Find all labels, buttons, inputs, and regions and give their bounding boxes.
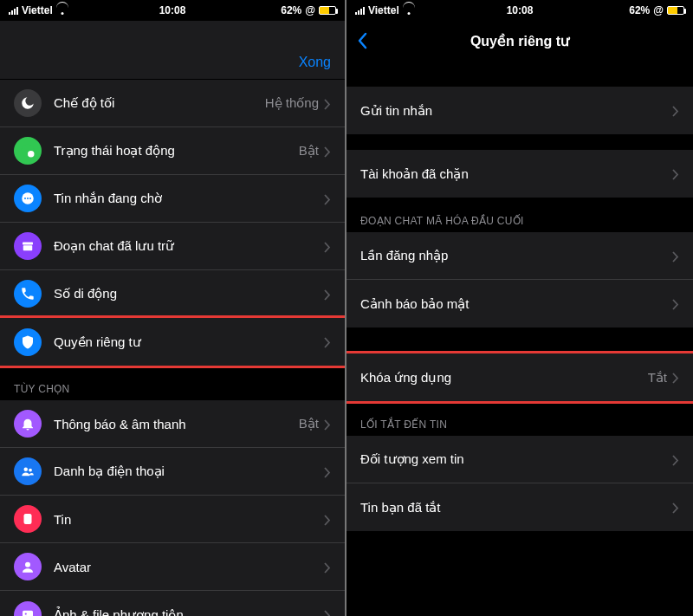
section-header-e2e: ĐOẠN CHAT MÃ HÓA ĐẦU CUỐI (346, 198, 693, 232)
phone-icon (14, 280, 42, 308)
back-button[interactable] (357, 32, 367, 49)
row-label: Gửi tin nhắn (360, 103, 672, 119)
row-label: Quyền riêng tư (54, 334, 324, 350)
row-label: Đối tượng xem tin (360, 451, 672, 467)
chevron-right-icon (672, 168, 679, 179)
row-label: Thông báo & âm thanh (54, 417, 299, 431)
row-blocked-accounts[interactable]: Tài khoản đã chặn (346, 150, 693, 198)
svg-rect-10 (24, 514, 32, 524)
row-label: Ảnh & file phương tiện (54, 607, 324, 617)
chevron-right-icon (324, 514, 331, 525)
svg-point-11 (25, 562, 30, 567)
battery-icon (319, 6, 336, 15)
wifi-icon (56, 6, 68, 15)
chat-bubble-icon (14, 185, 42, 212)
contacts-icon (14, 457, 42, 485)
row-label: Trạng thái hoạt động (54, 143, 299, 159)
row-label: Tin nhắn đang chờ (54, 191, 324, 206)
row-avatar[interactable]: Avatar (0, 543, 345, 591)
archive-icon (14, 232, 42, 260)
chevron-right-icon (324, 146, 331, 157)
clock-label: 10:08 (159, 4, 186, 16)
row-label: Lần đăng nhập (360, 248, 672, 263)
row-story[interactable]: Tin (0, 496, 345, 543)
wifi-icon (403, 6, 415, 15)
svg-rect-7 (23, 245, 33, 250)
status-dot-icon (14, 137, 42, 165)
chevron-right-icon (324, 466, 331, 477)
chevron-right-icon (324, 561, 331, 573)
svg-point-9 (29, 469, 32, 472)
story-icon (14, 505, 42, 533)
bell-icon (14, 410, 42, 438)
chevron-right-icon (672, 298, 679, 309)
row-value: Bật (299, 416, 319, 431)
row-security-alerts[interactable]: Cảnh báo bảo mật (346, 280, 693, 327)
chevron-right-icon (324, 418, 331, 430)
row-archived-chats[interactable]: Đoạn chat đã lưu trữ (0, 223, 345, 270)
clock-label: 10:08 (507, 4, 534, 16)
shield-icon (14, 328, 42, 356)
chevron-right-icon (672, 502, 679, 513)
signal-icon (9, 7, 18, 15)
row-active-status[interactable]: Trạng thái hoạt động Bật (0, 127, 345, 175)
chevron-right-icon (324, 98, 331, 109)
row-label: Số di động (54, 286, 324, 302)
svg-point-13 (25, 613, 27, 614)
battery-label: 62% (281, 4, 301, 16)
row-notifications[interactable]: Thông báo & âm thanh Bật (0, 400, 345, 448)
chevron-right-icon (672, 372, 679, 383)
carrier-label: Viettel (22, 4, 53, 16)
moon-icon (14, 89, 42, 117)
row-message-delivery[interactable]: Gửi tin nhắn (346, 87, 693, 134)
phone-screen-settings: Viettel 10:08 62% @ Xong Chế độ tối Hệ t (0, 0, 346, 616)
phone-screen-privacy: Viettel 10:08 62% @ Quyền riêng tư Gửi t… (346, 0, 693, 616)
row-label: Avatar (54, 560, 324, 574)
row-logins[interactable]: Lần đăng nhập (346, 232, 693, 280)
row-label: Chế độ tối (54, 95, 265, 111)
svg-point-3 (24, 198, 26, 199)
done-button[interactable]: Xong (299, 55, 331, 70)
chevron-right-icon (672, 105, 679, 116)
row-phone-contacts[interactable]: Danh bạ điện thoại (0, 448, 345, 496)
chevron-right-icon (324, 336, 331, 347)
row-label: Khóa ứng dụng (360, 370, 648, 386)
row-label: Tin (54, 512, 324, 527)
modal-header: Xong (0, 21, 345, 80)
row-label: Danh bạ điện thoại (54, 464, 324, 479)
row-dark-mode[interactable]: Chế độ tối Hệ thống (0, 80, 345, 127)
row-label: Tin bạn đã tắt (360, 500, 672, 515)
row-photos-media[interactable]: Ảnh & file phương tiện (0, 591, 345, 616)
chevron-right-icon (324, 609, 331, 616)
svg-point-5 (29, 198, 31, 199)
chevron-right-icon (324, 289, 331, 300)
section-header-story-shortcut: LỐI TẮT ĐẾN TIN (346, 401, 693, 436)
chevron-right-icon (672, 250, 679, 262)
chevron-right-icon (672, 454, 679, 465)
battery-label: 62% (629, 4, 650, 16)
avatar-icon (14, 553, 42, 580)
row-app-lock[interactable]: Khóa ứng dụng Tắt (346, 353, 693, 401)
svg-point-8 (24, 468, 29, 472)
row-label: Cảnh báo bảo mật (360, 296, 672, 312)
row-message-requests[interactable]: Tin nhắn đang chờ (0, 175, 345, 223)
row-story-audience[interactable]: Đối tượng xem tin (346, 436, 693, 483)
status-bar: Viettel 10:08 62% @ (346, 0, 693, 21)
svg-rect-12 (23, 610, 33, 616)
row-value: Tắt (648, 370, 667, 386)
row-privacy[interactable]: Quyền riêng tư (0, 318, 345, 366)
row-label: Tài khoản đã chặn (360, 166, 672, 182)
svg-point-4 (27, 198, 29, 199)
image-icon (14, 601, 42, 617)
row-muted-stories[interactable]: Tin bạn đã tắt (346, 483, 693, 531)
row-value: Hệ thống (265, 95, 319, 111)
status-bar: Viettel 10:08 62% @ (0, 0, 345, 21)
chevron-right-icon (324, 193, 331, 204)
row-value: Bật (299, 143, 319, 159)
row-phone-number[interactable]: Số di động (0, 270, 345, 318)
nav-header: Quyền riêng tư (346, 21, 693, 61)
signal-icon (355, 7, 365, 15)
chevron-right-icon (324, 241, 331, 252)
battery-icon (667, 6, 684, 15)
section-header-preferences: TÙY CHỌN (0, 366, 345, 400)
